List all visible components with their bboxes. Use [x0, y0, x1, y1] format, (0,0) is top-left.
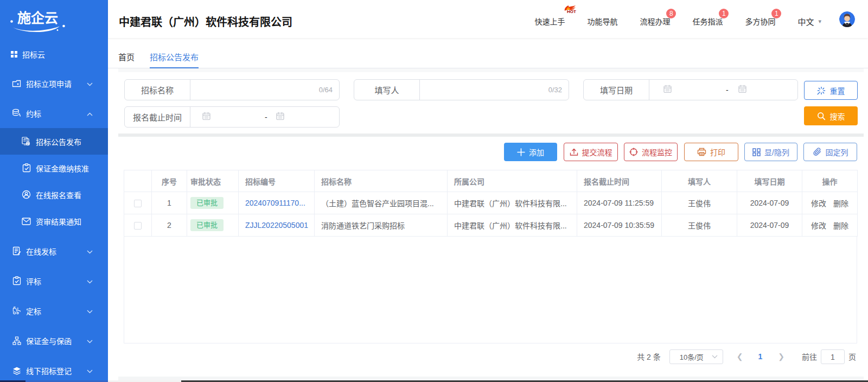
svg-text:HOT: HOT: [567, 9, 576, 14]
